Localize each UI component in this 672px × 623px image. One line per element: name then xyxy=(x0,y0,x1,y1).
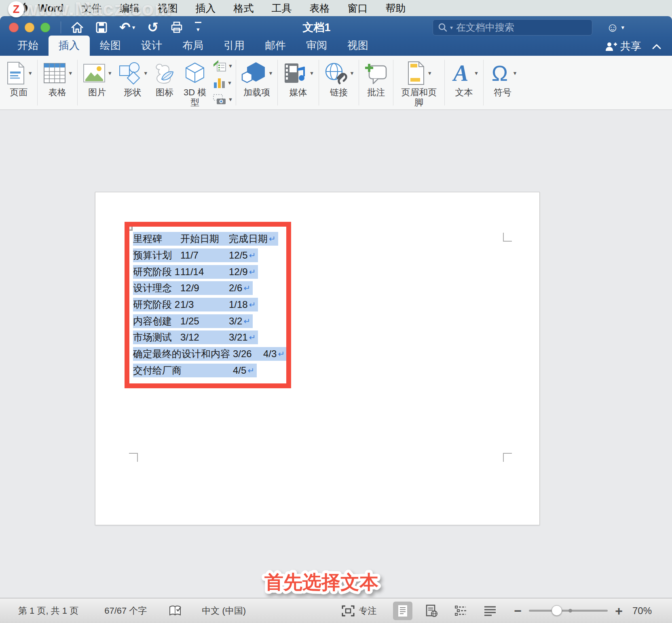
addins-icon xyxy=(241,61,266,85)
print-layout-icon xyxy=(397,604,408,617)
outline-view-button[interactable] xyxy=(451,602,471,620)
menu-item-file[interactable]: 文件 xyxy=(72,2,110,15)
undo-button[interactable]: ↶ ▾ xyxy=(119,21,135,34)
tutorial-caption: 首先选择文本 xyxy=(235,566,408,598)
web-layout-view-button[interactable] xyxy=(422,602,442,620)
zoom-in-button[interactable]: + xyxy=(615,604,623,617)
zoom-slider-thumb[interactable] xyxy=(552,605,562,616)
media-caret-icon: ▾ xyxy=(310,69,313,77)
group-separator xyxy=(236,60,236,105)
feedback-button[interactable]: ☺ ▾ xyxy=(606,21,624,34)
screen: Word 文件 编辑 视图 插入 格式 工具 表格 窗口 帮助 Z www.Ma… xyxy=(0,0,672,623)
close-button[interactable] xyxy=(9,23,19,32)
ribbon-tab-row: 开始 插入 绘图 设计 布局 引用 邮件 审阅 视图 共享 xyxy=(0,38,672,56)
menu-item-view[interactable]: 视图 xyxy=(148,2,186,15)
focus-icon xyxy=(341,604,355,617)
media-button[interactable]: ▾ 媒体 xyxy=(280,56,317,109)
save-button[interactable] xyxy=(96,22,107,33)
document-page: 里程碑 开始日期 完成日期 ↵ 预算计划 11/7 12/5 ↵ 研究阶段 1 … xyxy=(95,192,540,525)
tab-view[interactable]: 视图 xyxy=(337,36,378,56)
zoom-control: − + xyxy=(514,604,623,617)
print-button[interactable] xyxy=(171,21,183,34)
3d-model-icon xyxy=(183,61,207,85)
table-caret-icon: ▾ xyxy=(69,69,72,77)
picture-caret-icon: ▾ xyxy=(108,69,112,77)
ribbon: ▾ 页面 ▾ 表格 ▾ 图片 xyxy=(0,56,672,110)
spellcheck-book-icon xyxy=(169,604,182,617)
menu-app-name[interactable]: Word xyxy=(38,2,63,14)
picture-button[interactable]: ▾ 图片 xyxy=(80,56,115,109)
svg-text:A: A xyxy=(452,61,469,85)
screenshot-button[interactable]: ▾ xyxy=(213,93,232,106)
header-footer-caret-icon: ▾ xyxy=(428,69,431,77)
zoom-slider[interactable] xyxy=(529,610,608,612)
undo-caret-icon[interactable]: ▾ xyxy=(132,24,135,31)
picture-icon xyxy=(83,63,106,83)
undo-icon: ↶ xyxy=(119,21,131,34)
tab-layout[interactable]: 布局 xyxy=(172,36,213,56)
fullscreen-button[interactable] xyxy=(40,23,50,32)
draft-view-button[interactable] xyxy=(480,602,500,620)
watermark-badge: Z xyxy=(8,1,24,17)
comment-button[interactable]: 批注 xyxy=(361,56,391,109)
word-count-status[interactable]: 67/67 个字 xyxy=(104,605,147,617)
menu-item-tools[interactable]: 工具 xyxy=(262,2,300,15)
tab-design[interactable]: 设计 xyxy=(131,36,172,56)
share-button[interactable]: 共享 xyxy=(605,39,641,53)
titlebar-divider xyxy=(61,21,61,34)
pages-button[interactable]: ▾ 页面 xyxy=(2,56,35,109)
table-button[interactable]: ▾ 表格 xyxy=(40,56,76,109)
zoom-level[interactable]: 70% xyxy=(632,605,652,617)
3d-model-button[interactable]: 3D 模型 xyxy=(179,56,211,109)
feedback-caret-icon: ▾ xyxy=(621,24,624,31)
media-label: 媒体 xyxy=(289,87,307,97)
chart-button[interactable]: ▾ xyxy=(213,76,232,90)
tab-insert[interactable]: 插入 xyxy=(49,36,90,56)
text-a-icon: A xyxy=(450,61,472,85)
web-layout-icon xyxy=(426,604,438,617)
highlight-annotation-box xyxy=(125,222,291,388)
shapes-button[interactable]: ▾ 形状 xyxy=(115,56,151,109)
symbol-button[interactable]: Ω ▾ 符号 xyxy=(486,56,520,109)
customize-toolbar-button[interactable]: ▾ xyxy=(195,22,201,33)
icons-button[interactable]: 图标 xyxy=(150,56,179,109)
collapse-ribbon-icon[interactable] xyxy=(652,43,661,50)
header-footer-button[interactable]: ▾ 页眉和页脚 xyxy=(395,56,442,109)
print-layout-view-button[interactable] xyxy=(393,602,412,620)
addins-caret-icon: ▾ xyxy=(269,69,273,77)
redo-button[interactable]: ↺ xyxy=(147,21,158,34)
text-button[interactable]: A ▾ 文本 xyxy=(447,56,481,109)
search-box[interactable]: ▾ xyxy=(433,19,592,36)
minimize-button[interactable] xyxy=(25,23,34,32)
duck-icon xyxy=(154,61,175,85)
spellcheck-status[interactable] xyxy=(169,604,182,617)
caption-text: 首先选择文本 xyxy=(264,571,379,593)
focus-mode-button[interactable]: 专注 xyxy=(341,604,377,617)
menu-item-format[interactable]: 格式 xyxy=(224,2,262,15)
home-button[interactable] xyxy=(71,21,84,34)
language-status[interactable]: 中文 (中国) xyxy=(202,605,246,617)
tab-references[interactable]: 引用 xyxy=(213,36,255,56)
zoom-out-button[interactable]: − xyxy=(514,604,522,617)
page-number-status[interactable]: 第 1 页, 共 1 页 xyxy=(18,605,78,617)
toolbar-options-caret-icon: ▾ xyxy=(197,26,200,33)
addins-button[interactable]: ▾ 加载项 xyxy=(238,56,276,109)
menu-item-table[interactable]: 表格 xyxy=(300,2,338,15)
pages-icon xyxy=(6,61,26,85)
tab-mailings[interactable]: 邮件 xyxy=(255,36,296,56)
smartart-button[interactable]: ▾ xyxy=(213,59,232,73)
links-button[interactable]: ▾ 链接 xyxy=(321,56,357,109)
smartart-caret-icon: ▾ xyxy=(229,62,232,69)
media-icon xyxy=(283,62,307,84)
menu-item-help[interactable]: 帮助 xyxy=(376,2,414,15)
menu-item-insert[interactable]: 插入 xyxy=(186,2,224,15)
menu-item-edit[interactable]: 编辑 xyxy=(110,2,148,15)
search-input[interactable] xyxy=(455,21,587,34)
tab-draw[interactable]: 绘图 xyxy=(90,36,131,56)
comment-label: 批注 xyxy=(367,87,385,97)
menu-item-window[interactable]: 窗口 xyxy=(338,2,376,15)
shapes-label: 形状 xyxy=(124,87,142,97)
tab-home[interactable]: 开始 xyxy=(7,36,49,56)
tab-review[interactable]: 审阅 xyxy=(296,36,337,56)
search-scope-caret-icon[interactable]: ▾ xyxy=(450,24,453,31)
